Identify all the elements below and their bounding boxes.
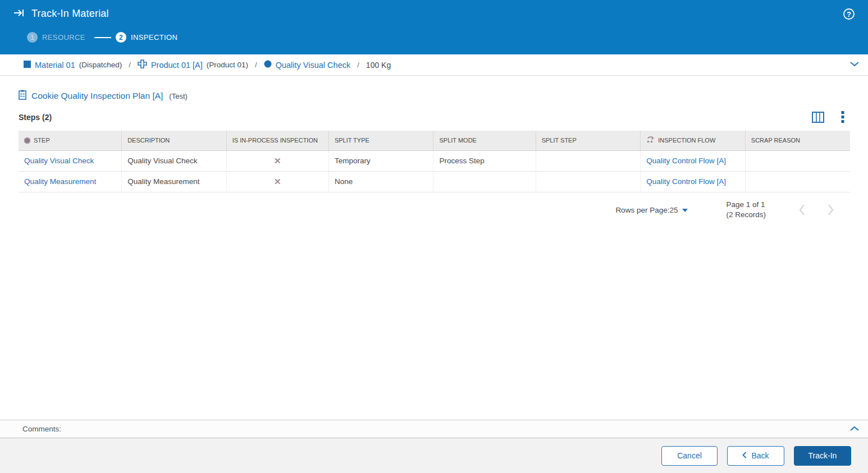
step-number-badge: 2: [116, 32, 126, 43]
steps-table: STEP DESCRIPTION IS IN-PROCESS INSPECTIO…: [19, 131, 850, 192]
breadcrumb-separator: /: [357, 61, 359, 69]
step-label: RESOURCE: [42, 33, 85, 42]
step-number-badge: 1: [27, 32, 38, 43]
step-label: INSPECTION: [131, 33, 177, 42]
page-title: Track-In Material: [31, 8, 109, 20]
flow-icon: [646, 136, 655, 145]
page-header: Track-In Material ? 1 RESOURCE 2 INSPECT…: [0, 0, 868, 54]
cancel-button[interactable]: Cancel: [661, 446, 718, 466]
split-type-cell: Temporary: [328, 150, 433, 171]
inspection-plan-revision-note: (Test): [169, 92, 188, 100]
breadcrumb-separator: /: [255, 61, 257, 69]
column-chooser-icon[interactable]: [812, 112, 824, 123]
column-header-split-step: SPLIT STEP: [536, 131, 641, 150]
stepper-step-resource[interactable]: 1 RESOURCE: [27, 32, 85, 43]
pagination: Rows per Page:25 Page 1 of 1 (2 Records): [19, 200, 850, 221]
step-link[interactable]: Quality Visual Check: [24, 157, 94, 165]
description-cell: Quality Visual Check: [122, 150, 227, 171]
scrap-reason-cell: [745, 171, 850, 192]
material-status: (Dispatched): [79, 61, 122, 69]
false-x-icon: ✕: [274, 156, 281, 166]
rows-per-page-value: 25: [669, 206, 678, 214]
action-footer: Cancel Back Track-In: [0, 438, 868, 473]
stepper-connector: [94, 37, 111, 38]
scrap-reason-cell: [745, 150, 850, 171]
back-button[interactable]: Back: [727, 446, 784, 466]
table-row: Quality Visual Check Quality Visual Chec…: [19, 150, 850, 171]
more-options-kebab-icon[interactable]: [841, 111, 844, 123]
stepper-step-inspection[interactable]: 2 INSPECTION: [116, 32, 177, 43]
breadcrumb-material: Material 01 (Dispatched): [24, 60, 122, 70]
description-cell: Quality Measurement: [122, 171, 227, 192]
quantity-value: 100 Kg: [366, 61, 391, 70]
split-step-cell: [536, 150, 641, 171]
track-in-icon: [13, 8, 26, 20]
svg-text:?: ?: [847, 10, 851, 19]
page-number-text: Page 1 of 1: [726, 200, 766, 210]
step-status-icon: [24, 137, 30, 144]
table-row: Quality Measurement Quality Measurement …: [19, 171, 850, 192]
column-header-is-in-process-inspection: IS IN-PROCESS INSPECTION: [226, 131, 328, 150]
step-link[interactable]: Quality Measurement: [24, 177, 96, 186]
breadcrumb-step: Quality Visual Check: [264, 60, 351, 70]
chevron-down-icon[interactable]: [849, 59, 860, 70]
breadcrumb-separator: /: [129, 61, 131, 69]
column-header-inspection-flow: INSPECTION FLOW: [641, 131, 746, 150]
breadcrumb: Material 01 (Dispatched) / Product 01 [A…: [0, 54, 868, 76]
split-type-cell: None: [328, 171, 433, 192]
current-step-link[interactable]: Quality Visual Check: [276, 61, 351, 70]
step-circle-icon: [264, 60, 272, 70]
column-header-step: STEP: [19, 131, 122, 150]
track-in-button[interactable]: Track-In: [794, 446, 851, 466]
wizard-stepper: 1 RESOURCE 2 INSPECTION: [27, 32, 855, 43]
column-header-split-mode: SPLIT MODE: [433, 131, 536, 150]
false-x-icon: ✕: [274, 177, 281, 186]
record-count-text: (2 Records): [726, 210, 766, 220]
material-link[interactable]: Material 01: [35, 61, 75, 70]
inspection-plan-icon: [19, 90, 26, 102]
steps-section-title: Steps (2): [19, 113, 52, 122]
comments-panel-toggle[interactable]: Comments:: [0, 420, 868, 438]
column-header-split-type: SPLIT TYPE: [328, 131, 433, 150]
main-content: Cookie Quality Inspection Plan [A] (Test…: [0, 76, 868, 420]
inspection-plan-link[interactable]: Cookie Quality Inspection Plan [A]: [31, 91, 163, 101]
rows-per-page-dropdown[interactable]: Rows per Page:25: [615, 206, 688, 214]
previous-page-icon[interactable]: [798, 204, 806, 216]
product-link[interactable]: Product 01 [A]: [151, 61, 203, 70]
page-info: Page 1 of 1 (2 Records): [726, 200, 766, 221]
split-mode-cell: Process Step: [433, 150, 536, 171]
column-header-scrap-reason: SCRAP REASON: [745, 131, 850, 150]
table-header-row: STEP DESCRIPTION IS IN-PROCESS INSPECTIO…: [19, 131, 850, 150]
comments-label: Comments:: [22, 425, 61, 433]
split-step-cell: [536, 171, 641, 192]
help-icon[interactable]: ?: [842, 7, 856, 21]
inspection-flow-link[interactable]: Quality Control Flow [A]: [646, 157, 726, 165]
chevron-up-icon[interactable]: [849, 424, 860, 434]
rows-per-page-label: Rows per Page:: [615, 206, 669, 214]
product-description: (Product 01): [207, 61, 248, 69]
chevron-left-icon: [742, 451, 747, 460]
column-header-description: DESCRIPTION: [122, 131, 227, 150]
inspection-flow-link[interactable]: Quality Control Flow [A]: [646, 177, 726, 186]
chevron-down-icon: [682, 209, 688, 212]
split-mode-cell: [433, 171, 536, 192]
track-in-material-page: Track-In Material ? 1 RESOURCE 2 INSPECT…: [0, 0, 868, 473]
material-square-icon: [24, 60, 31, 70]
product-icon: [138, 59, 147, 71]
breadcrumb-product: Product 01 [A] (Product 01): [138, 59, 248, 71]
next-page-icon[interactable]: [827, 204, 834, 216]
